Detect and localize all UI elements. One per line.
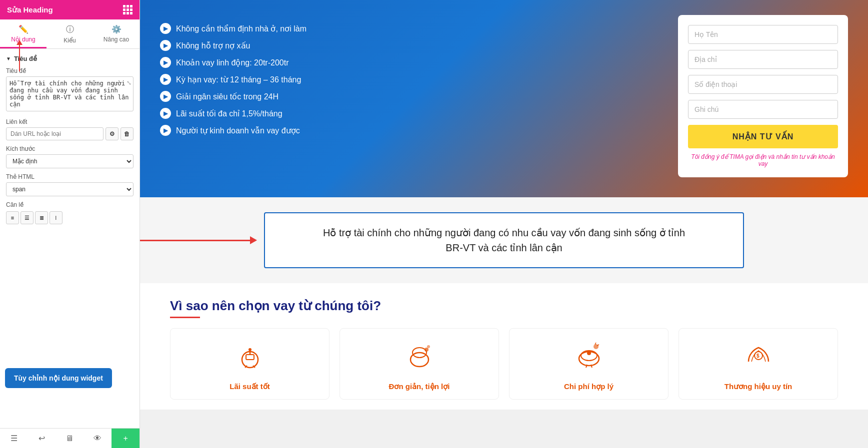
left-panel: Sửa Heading ✏️ Nội dung ⓘ Kiểu ⚙️ Nâng c…: [0, 0, 140, 448]
edit-icon: ✏️: [18, 24, 28, 34]
add-btn[interactable]: +: [112, 429, 140, 448]
hero-form: NHẬN TƯ VẤN Tôi đồng ý để TIMA gọi điện …: [678, 15, 848, 177]
align-left-btn[interactable]: ≡: [6, 211, 19, 224]
consent-text: Tôi đồng ý để TIMA gọi điện và nhắn tin …: [688, 153, 838, 167]
svg-text:$: $: [756, 353, 760, 359]
card-icon-2: [348, 341, 490, 376]
highlight-box: Hỗ trợ tài chính cho những người đang có…: [264, 212, 744, 268]
svg-point-9: [587, 351, 591, 355]
the-html-select[interactable]: span: [6, 182, 134, 196]
feature-item-7: ▶ Người tự kinh doanh vẫn vay được: [160, 122, 663, 139]
tooltip-text: Tùy chỉnh nội dung widget: [14, 374, 103, 382]
card-title-4: Thương hiệu uy tín: [687, 382, 830, 391]
tieude-field-label: Tiêu đề: [6, 67, 134, 74]
section-tieude-label: Tiêu đề: [14, 55, 37, 62]
tab-kieu[interactable]: ⓘ Kiểu: [46, 19, 93, 48]
feature-text-5: Giải ngân siêu tốc trong 24H: [176, 92, 278, 101]
consult-button[interactable]: NHẬN TƯ VẤN: [688, 125, 838, 148]
lienket-input[interactable]: [6, 127, 104, 140]
feature-icon-6: ▶: [160, 108, 171, 119]
info-icon: ⓘ: [66, 24, 74, 35]
tieude-textarea[interactable]: Hỗ Trợ tài chính cho những người đang nh…: [6, 76, 134, 111]
heading-section: Hỗ trợ tài chính cho những người đang có…: [140, 197, 868, 283]
align-row: ≡ ☰ ≣ ⁞: [6, 211, 134, 224]
feature-item-4: ▶ Kỳ hạn vay: từ 12 tháng – 36 tháng: [160, 71, 663, 88]
panel-footer: ☰ ↩ 🖥 👁 +: [0, 428, 140, 448]
card-1: Lãi suất tốt: [170, 328, 330, 400]
feature-item-1: ▶ Không cần thẩm định nhà ở, nơi làm: [160, 20, 663, 37]
tab-nangcao-label: Nâng cao: [104, 36, 129, 43]
main-content: ▶ Không cần thẩm định nhà ở, nơi làm ▶ K…: [140, 0, 868, 448]
feature-text-1: Không cần thẩm định nhà ở, nơi làm: [176, 24, 306, 33]
gear-icon: ⚙️: [112, 24, 122, 34]
feature-icon-2: ▶: [160, 40, 171, 51]
panel-header: Sửa Heading: [0, 0, 140, 19]
align-justify-btn[interactable]: ⁞: [50, 211, 62, 224]
feature-text-6: Lãi suất tối đa chỉ 1,5%/tháng: [176, 109, 282, 118]
feature-icon-1: ▶: [160, 23, 171, 34]
feature-text-2: Không hỗ trợ nợ xấu: [176, 41, 250, 50]
card-icon-3: [518, 341, 660, 376]
svg-point-6: [427, 345, 430, 348]
panel-title: Sửa Heading: [7, 5, 53, 14]
svg-point-5: [424, 348, 428, 352]
collapse-arrow: ▼: [6, 56, 11, 61]
so-dien-thoai-input[interactable]: [688, 75, 838, 94]
lienket-settings-btn[interactable]: ⚙: [106, 127, 118, 140]
tab-kieu-label: Kiểu: [64, 37, 76, 44]
feature-item-5: ▶ Giải ngân siêu tốc trong 24H: [160, 88, 663, 105]
feature-icon-5: ▶: [160, 91, 171, 102]
expand-icon: ⤡: [126, 79, 132, 86]
hero-section: ▶ Không cần thẩm định nhà ở, nơi làm ▶ K…: [140, 0, 868, 197]
dia-chi-input[interactable]: [688, 50, 838, 69]
hero-left: ▶ Không cần thẩm định nhà ở, nơi làm ▶ K…: [160, 15, 663, 139]
card-icon-1: [178, 341, 321, 376]
kichthuoc-label: Kích thước: [6, 145, 134, 152]
lienket-delete-btn[interactable]: 🗑: [120, 127, 134, 140]
card-title-2: Đơn giản, tiện lợi: [348, 382, 490, 391]
lienket-label: Liên kết: [6, 118, 134, 125]
kichthuoc-select[interactable]: Mặc định: [6, 154, 134, 168]
align-right-btn[interactable]: ≣: [35, 211, 48, 224]
feature-icon-4: ▶: [160, 74, 171, 85]
desktop-btn[interactable]: 🖥: [56, 429, 84, 448]
highlight-text-line1: Hỗ trợ tài chính cho những người đang có…: [323, 227, 685, 238]
card-2: Đơn giản, tiện lợi: [340, 328, 499, 400]
tab-noidung-label: Nội dung: [11, 36, 35, 43]
feature-text-3: Khoản vay linh động: 20tr-200tr: [176, 58, 288, 67]
feature-item-3: ▶ Khoản vay linh động: 20tr-200tr: [160, 54, 663, 71]
card-icon-4: $: [687, 341, 830, 376]
card-title-1: Lãi suất tốt: [178, 382, 321, 391]
why-underline: [170, 317, 200, 318]
lienket-row: ⚙ 🗑: [6, 127, 134, 140]
ho-ten-input[interactable]: [688, 25, 838, 44]
feature-item-6: ▶ Lãi suất tối đa chỉ 1,5%/tháng: [160, 105, 663, 122]
can-le-label: Căn lề: [6, 201, 134, 208]
tooltip-box: Tùy chỉnh nội dung widget: [5, 368, 112, 388]
feature-list: ▶ Không cần thẩm định nhà ở, nơi làm ▶ K…: [160, 20, 663, 139]
section-tieude-header[interactable]: ▼ Tiêu đề: [6, 55, 134, 62]
svg-point-2: [248, 348, 252, 351]
feature-text-7: Người tự kinh doanh vẫn vay được: [176, 126, 300, 135]
feature-icon-3: ▶: [160, 57, 171, 68]
ghi-chu-input[interactable]: [688, 100, 838, 119]
layers-btn[interactable]: ☰: [0, 429, 28, 448]
card-4: $ Thương hiệu uy tín: [678, 328, 838, 400]
feature-text-4: Kỳ hạn vay: từ 12 tháng – 36 tháng: [176, 75, 301, 84]
feature-item-2: ▶ Không hỗ trợ nợ xấu: [160, 37, 663, 54]
svg-rect-1: [246, 355, 254, 360]
tab-nangcao[interactable]: ⚙️ Nâng cao: [93, 19, 140, 48]
red-arrow-vertical: [19, 44, 20, 71]
cards-row: Lãi suất tốt Đơn giản, tiện lợi Chi phí …: [170, 328, 838, 400]
card-3: Chi phí hợp lý: [509, 328, 668, 400]
align-center-btn[interactable]: ☰: [20, 211, 34, 224]
undo-btn[interactable]: ↩: [28, 429, 56, 448]
why-section: Vì sao nên chọn vay từ chúng tôi? Lãi su…: [140, 283, 868, 410]
feature-icon-7: ▶: [160, 125, 171, 136]
preview-btn[interactable]: 👁: [84, 429, 112, 448]
the-html-label: Thẻ HTML: [6, 173, 134, 180]
card-title-3: Chi phí hợp lý: [518, 382, 660, 391]
grid-icon[interactable]: [123, 5, 132, 14]
tab-noidung[interactable]: ✏️ Nội dung: [0, 19, 46, 48]
heading-wrapper: Hỗ trợ tài chính cho những người đang có…: [140, 197, 868, 283]
